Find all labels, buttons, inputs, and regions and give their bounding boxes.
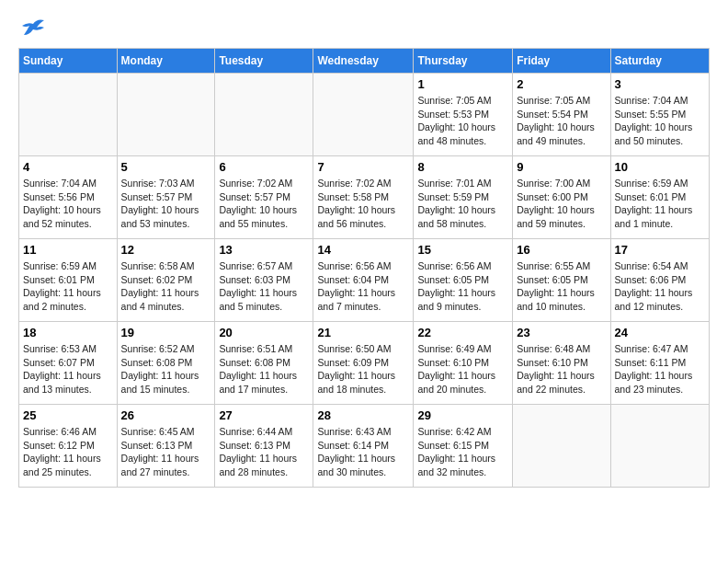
day-number: 15 [417, 243, 508, 257]
week-row-1: 1Sunrise: 7:05 AM Sunset: 5:53 PM Daylig… [19, 74, 710, 156]
day-cell [513, 405, 610, 488]
day-number: 29 [417, 408, 508, 422]
day-number: 1 [417, 77, 508, 91]
day-info: Sunrise: 6:43 AM Sunset: 6:14 PM Dayligh… [317, 426, 395, 477]
day-number: 22 [417, 326, 508, 339]
day-number: 17 [615, 243, 705, 257]
day-info: Sunrise: 7:05 AM Sunset: 5:53 PM Dayligh… [417, 95, 495, 146]
day-cell: 20Sunrise: 6:51 AM Sunset: 6:08 PM Dayli… [215, 322, 313, 405]
header-cell-tuesday: Tuesday [215, 49, 313, 74]
day-info: Sunrise: 6:53 AM Sunset: 6:07 PM Dayligh… [23, 343, 101, 395]
day-info: Sunrise: 6:52 AM Sunset: 6:08 PM Dayligh… [121, 343, 199, 395]
week-row-4: 18Sunrise: 6:53 AM Sunset: 6:07 PM Dayli… [19, 322, 710, 405]
day-cell [313, 74, 414, 156]
day-info: Sunrise: 6:59 AM Sunset: 6:01 PM Dayligh… [615, 178, 693, 229]
day-info: Sunrise: 6:45 AM Sunset: 6:13 PM Dayligh… [121, 426, 199, 477]
day-number: 4 [23, 160, 113, 174]
day-info: Sunrise: 7:01 AM Sunset: 5:59 PM Dayligh… [417, 178, 495, 229]
day-cell [610, 405, 709, 488]
header-row: SundayMondayTuesdayWednesdayThursdayFrid… [19, 49, 710, 74]
day-cell: 10Sunrise: 6:59 AM Sunset: 6:01 PM Dayli… [610, 156, 709, 239]
day-info: Sunrise: 6:46 AM Sunset: 6:12 PM Dayligh… [23, 426, 101, 477]
day-cell: 1Sunrise: 7:05 AM Sunset: 5:53 PM Daylig… [414, 74, 513, 156]
day-number: 3 [615, 77, 705, 91]
day-cell: 12Sunrise: 6:58 AM Sunset: 6:02 PM Dayli… [117, 239, 215, 322]
day-info: Sunrise: 6:51 AM Sunset: 6:08 PM Dayligh… [219, 343, 297, 395]
day-number: 20 [219, 326, 309, 339]
day-cell: 22Sunrise: 6:49 AM Sunset: 6:10 PM Dayli… [414, 322, 513, 405]
day-info: Sunrise: 6:59 AM Sunset: 6:01 PM Dayligh… [23, 260, 101, 312]
header-cell-friday: Friday [513, 49, 610, 74]
day-info: Sunrise: 6:44 AM Sunset: 6:13 PM Dayligh… [219, 426, 297, 477]
day-cell [215, 74, 313, 156]
day-number: 14 [317, 243, 409, 257]
day-number: 6 [219, 160, 309, 174]
day-info: Sunrise: 7:00 AM Sunset: 6:00 PM Dayligh… [517, 178, 595, 229]
day-cell: 9Sunrise: 7:00 AM Sunset: 6:00 PM Daylig… [513, 156, 610, 239]
day-info: Sunrise: 6:57 AM Sunset: 6:03 PM Dayligh… [219, 260, 297, 312]
day-cell: 3Sunrise: 7:04 AM Sunset: 5:55 PM Daylig… [610, 74, 709, 156]
day-cell: 17Sunrise: 6:54 AM Sunset: 6:06 PM Dayli… [610, 239, 709, 322]
day-info: Sunrise: 6:48 AM Sunset: 6:10 PM Dayligh… [517, 343, 595, 395]
day-info: Sunrise: 7:02 AM Sunset: 5:58 PM Dayligh… [317, 178, 395, 229]
week-row-3: 11Sunrise: 6:59 AM Sunset: 6:01 PM Dayli… [19, 239, 710, 322]
day-cell: 8Sunrise: 7:01 AM Sunset: 5:59 PM Daylig… [414, 156, 513, 239]
day-info: Sunrise: 6:55 AM Sunset: 6:05 PM Dayligh… [517, 260, 595, 312]
day-cell: 11Sunrise: 6:59 AM Sunset: 6:01 PM Dayli… [19, 239, 118, 322]
day-cell: 26Sunrise: 6:45 AM Sunset: 6:13 PM Dayli… [117, 405, 215, 488]
day-cell: 27Sunrise: 6:44 AM Sunset: 6:13 PM Dayli… [215, 405, 313, 488]
day-cell: 25Sunrise: 6:46 AM Sunset: 6:12 PM Dayli… [19, 405, 118, 488]
calendar-header: SundayMondayTuesdayWednesdayThursdayFrid… [19, 49, 710, 74]
day-number: 8 [417, 160, 508, 174]
day-cell: 7Sunrise: 7:02 AM Sunset: 5:58 PM Daylig… [313, 156, 414, 239]
day-number: 9 [517, 160, 606, 174]
day-number: 5 [121, 160, 211, 174]
day-number: 23 [517, 326, 606, 339]
day-info: Sunrise: 6:56 AM Sunset: 6:04 PM Dayligh… [317, 260, 395, 312]
header-cell-thursday: Thursday [414, 49, 513, 74]
header-cell-monday: Monday [117, 49, 215, 74]
day-cell: 5Sunrise: 7:03 AM Sunset: 5:57 PM Daylig… [117, 156, 215, 239]
day-cell: 23Sunrise: 6:48 AM Sunset: 6:10 PM Dayli… [513, 322, 610, 405]
day-number: 18 [23, 326, 113, 339]
day-info: Sunrise: 6:58 AM Sunset: 6:02 PM Dayligh… [121, 260, 199, 312]
logo-bird-icon [20, 18, 46, 42]
day-cell: 16Sunrise: 6:55 AM Sunset: 6:05 PM Dayli… [513, 239, 610, 322]
page-header [18, 18, 710, 39]
week-row-2: 4Sunrise: 7:04 AM Sunset: 5:56 PM Daylig… [19, 156, 710, 239]
day-info: Sunrise: 6:54 AM Sunset: 6:06 PM Dayligh… [615, 260, 693, 312]
day-info: Sunrise: 6:47 AM Sunset: 6:11 PM Dayligh… [615, 343, 693, 395]
day-cell: 13Sunrise: 6:57 AM Sunset: 6:03 PM Dayli… [215, 239, 313, 322]
day-info: Sunrise: 7:02 AM Sunset: 5:57 PM Dayligh… [219, 178, 297, 229]
day-info: Sunrise: 6:50 AM Sunset: 6:09 PM Dayligh… [317, 343, 395, 395]
day-cell: 18Sunrise: 6:53 AM Sunset: 6:07 PM Dayli… [19, 322, 118, 405]
day-info: Sunrise: 7:05 AM Sunset: 5:54 PM Dayligh… [517, 95, 595, 146]
day-cell: 24Sunrise: 6:47 AM Sunset: 6:11 PM Dayli… [610, 322, 709, 405]
day-info: Sunrise: 7:04 AM Sunset: 5:55 PM Dayligh… [615, 95, 693, 146]
day-info: Sunrise: 7:03 AM Sunset: 5:57 PM Dayligh… [121, 178, 199, 229]
day-cell: 29Sunrise: 6:42 AM Sunset: 6:15 PM Dayli… [414, 405, 513, 488]
header-cell-saturday: Saturday [610, 49, 709, 74]
day-cell: 2Sunrise: 7:05 AM Sunset: 5:54 PM Daylig… [513, 74, 610, 156]
logo [18, 18, 46, 39]
day-number: 26 [121, 408, 211, 422]
day-cell: 6Sunrise: 7:02 AM Sunset: 5:57 PM Daylig… [215, 156, 313, 239]
day-cell: 15Sunrise: 6:56 AM Sunset: 6:05 PM Dayli… [414, 239, 513, 322]
week-row-5: 25Sunrise: 6:46 AM Sunset: 6:12 PM Dayli… [19, 405, 710, 488]
header-cell-sunday: Sunday [19, 49, 118, 74]
day-number: 25 [23, 408, 113, 422]
day-number: 27 [219, 408, 309, 422]
day-cell: 28Sunrise: 6:43 AM Sunset: 6:14 PM Dayli… [313, 405, 414, 488]
header-cell-wednesday: Wednesday [313, 49, 414, 74]
day-number: 28 [317, 408, 409, 422]
day-number: 19 [121, 326, 211, 339]
day-number: 24 [615, 326, 705, 339]
day-number: 2 [517, 77, 606, 91]
day-number: 13 [219, 243, 309, 257]
day-info: Sunrise: 6:49 AM Sunset: 6:10 PM Dayligh… [417, 343, 495, 395]
day-cell: 4Sunrise: 7:04 AM Sunset: 5:56 PM Daylig… [19, 156, 118, 239]
day-number: 16 [517, 243, 606, 257]
day-cell: 14Sunrise: 6:56 AM Sunset: 6:04 PM Dayli… [313, 239, 414, 322]
day-cell [117, 74, 215, 156]
calendar-table: SundayMondayTuesdayWednesdayThursdayFrid… [18, 48, 710, 488]
